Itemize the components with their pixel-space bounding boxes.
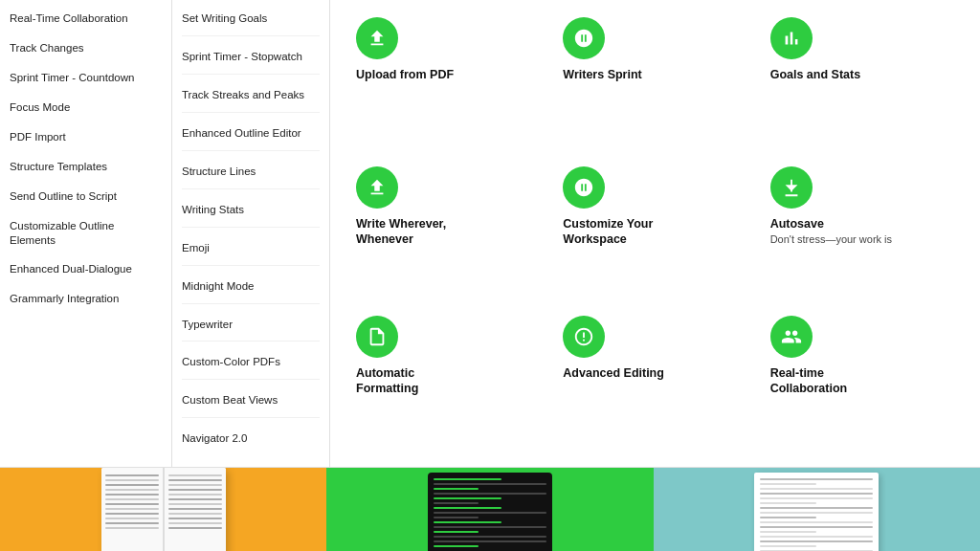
feature-customize: Customize YourWorkspace [551, 159, 758, 308]
feature-upload: Upload from PDF [345, 10, 551, 159]
middle-item-3[interactable]: Track Streaks and Peaks [182, 88, 320, 113]
feature-customize-label: Customize YourWorkspace [563, 216, 653, 248]
middle-item-10[interactable]: Custom-Color PDFs [182, 355, 320, 380]
feature-format-label: AutomaticFormatting [356, 365, 418, 397]
feature-advanced-label: Advanced Editing [563, 365, 664, 381]
navigator-image [0, 468, 326, 551]
sidebar-item-5[interactable]: PDF Import [10, 130, 162, 144]
advanced-icon [563, 316, 605, 358]
sidebar-item-10[interactable]: Grammarly Integration [10, 292, 162, 306]
middle-list: Set Writing Goals Sprint Timer - Stopwat… [172, 0, 330, 467]
feature-stats: Goals and Stats [759, 10, 966, 159]
feature-collab-label: Real-timeCollaboration [770, 365, 848, 397]
book-mock [101, 468, 226, 551]
collab-icon [770, 316, 813, 358]
format-icon [356, 316, 398, 358]
feature-format: AutomaticFormatting [345, 308, 551, 457]
autosave-icon [770, 166, 813, 209]
bottom-section: Navigator 2.0 [0, 468, 980, 551]
top-section: Real-Time Collaboration Track Changes Sp… [0, 0, 980, 468]
sidebar-item-2[interactable]: Track Changes [10, 41, 162, 55]
feature-upload-label: Upload from PDF [356, 67, 454, 82]
sidebar-item-4[interactable]: Focus Mode [10, 100, 162, 115]
upload-icon [356, 17, 398, 59]
middle-item-11[interactable]: Custom Beat Views [182, 393, 320, 418]
card-navigator[interactable]: Navigator 2.0 [0, 468, 326, 551]
left-sidebar: Real-Time Collaboration Track Changes Sp… [0, 0, 172, 467]
feature-autosave: Autosave Don't stress—your work is [759, 159, 966, 308]
middle-item-2[interactable]: Sprint Timer - Stopwatch [182, 50, 320, 75]
feature-sprint: Writers Sprint [551, 10, 758, 159]
feature-autosave-sub: Don't stress—your work is [770, 233, 892, 245]
main-container: Real-Time Collaboration Track Changes Sp… [0, 0, 980, 551]
feature-collab: Real-timeCollaboration [759, 308, 966, 457]
middle-item-4[interactable]: Enhanced Outline Editor [182, 126, 320, 151]
middle-item-8[interactable]: Midnight Mode [182, 279, 320, 304]
feature-advanced: Advanced Editing [551, 308, 758, 457]
sidebar-item-6[interactable]: Structure Templates [10, 160, 162, 174]
sidebar-item-8[interactable]: Customizable Outline Elements [10, 219, 162, 248]
write-icon [356, 166, 398, 209]
middle-item-5[interactable]: Structure Lines [182, 165, 320, 189]
card-character[interactable]: Character Development Tools [654, 468, 980, 551]
features-grid: Upload from PDF Writers Sprint Goals and… [330, 0, 980, 467]
sidebar-item-7[interactable]: Send Outline to Script [10, 189, 162, 204]
middle-item-9[interactable]: Typewriter [182, 318, 320, 342]
middle-item-6[interactable]: Writing Stats [182, 203, 320, 228]
book-left [101, 468, 165, 551]
terminal-mock [428, 473, 552, 551]
midnight-image [326, 468, 653, 551]
feature-sprint-label: Writers Sprint [563, 67, 641, 82]
sprint-icon [563, 17, 605, 59]
book-right [165, 468, 226, 551]
character-image [654, 468, 980, 551]
sidebar-item-1[interactable]: Real-Time Collaboration [10, 11, 162, 26]
customize-icon [563, 166, 605, 209]
middle-item-12[interactable]: Navigator 2.0 [182, 431, 320, 455]
middle-item-7[interactable]: Emoji [182, 241, 320, 266]
feature-write: Write Wherever,Whenever [345, 159, 551, 308]
sidebar-item-3[interactable]: Sprint Timer - Countdown [10, 71, 162, 85]
card-midnight[interactable]: Midnight Mode [326, 468, 653, 551]
sidebar-item-9[interactable]: Enhanced Dual-Dialogue [10, 262, 162, 276]
middle-item-1[interactable]: Set Writing Goals [182, 11, 320, 36]
feature-write-label: Write Wherever,Whenever [356, 216, 446, 248]
feature-autosave-label: Autosave [770, 217, 824, 231]
stats-icon [770, 17, 813, 59]
doc-mock [754, 473, 879, 551]
feature-stats-label: Goals and Stats [770, 67, 860, 82]
